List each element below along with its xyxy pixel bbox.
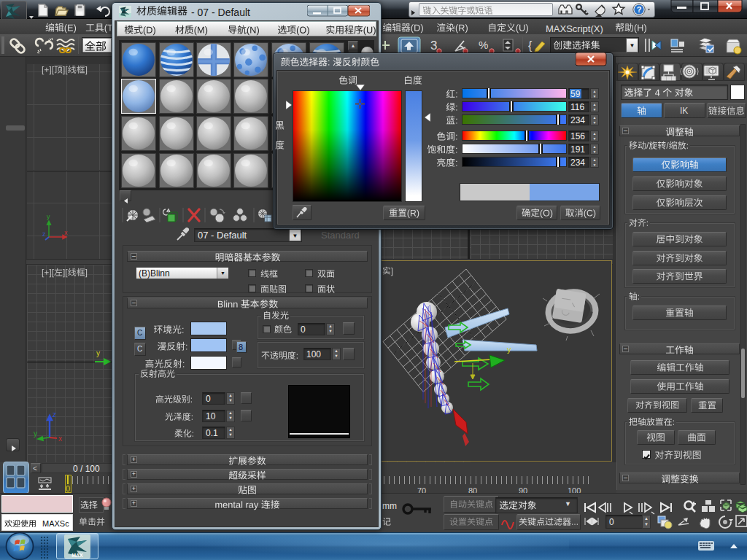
svg-text:y: y bbox=[96, 349, 100, 357]
svg-text:z: z bbox=[53, 411, 56, 419]
svg-text:z: z bbox=[42, 230, 46, 238]
svg-text:y: y bbox=[34, 429, 37, 438]
svg-text:y: y bbox=[507, 345, 511, 354]
svg-text:y: y bbox=[47, 213, 50, 220]
svg-text:%: % bbox=[479, 39, 488, 51]
svg-text:MAX: MAX bbox=[71, 553, 83, 558]
svg-text:x: x bbox=[64, 229, 68, 236]
svg-text:x: x bbox=[58, 435, 62, 442]
svg-text:{: { bbox=[528, 39, 533, 52]
svg-text:?: ? bbox=[637, 5, 642, 14]
svg-text:3: 3 bbox=[430, 39, 437, 52]
